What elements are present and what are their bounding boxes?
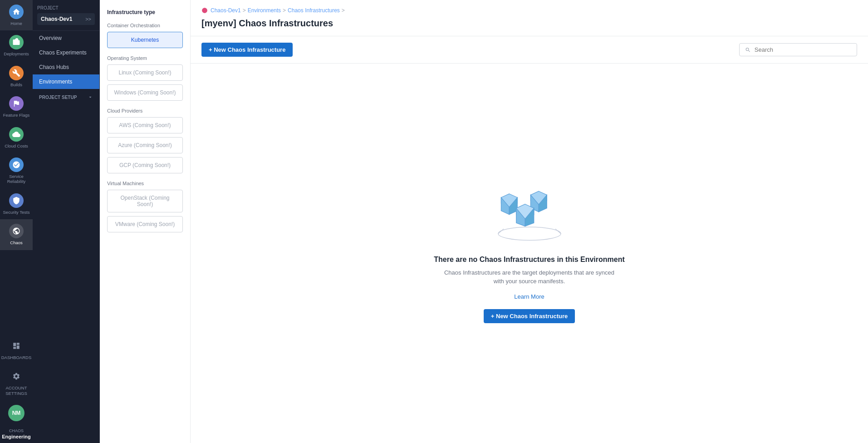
user-avatar[interactable]: NM <box>8 405 25 421</box>
nav-item-reliability[interactable]: Service Reliability <box>0 153 33 189</box>
filter-option-aws: AWS (Coming Soon!) <box>107 117 183 133</box>
nav-item-security[interactable]: Security Tests <box>0 189 33 219</box>
new-infra-button-empty[interactable]: + New Chaos Infrastructure <box>484 309 575 323</box>
nav-item-accountsettings[interactable]: ACCOUNT SETTINGS <box>0 364 33 400</box>
sidebar-nav-overview[interactable]: Overview <box>33 31 99 45</box>
new-infra-button[interactable]: + New Chaos Infrastructure <box>201 43 293 57</box>
icon-nav: Home Deployments Builds Feature Flags Cl… <box>0 0 33 443</box>
filter-group-vms: Virtual Machines <box>107 181 183 186</box>
nav-label-chaos: Chaos <box>10 240 22 245</box>
sidebar-nav-chaos-experiments[interactable]: Chaos Experiments <box>33 45 99 60</box>
nav-item-deployments[interactable]: Deployments <box>0 30 33 61</box>
sidebar-nav-chaos-hubs[interactable]: Chaos Hubs <box>33 60 99 74</box>
filter-group-container: Container Orchestration <box>107 23 183 28</box>
cloudcosts-icon <box>9 127 24 142</box>
nav-label-deployments: Deployments <box>4 51 29 56</box>
home-icon <box>9 5 24 19</box>
nav-label-accountsettings: ACCOUNT SETTINGS <box>2 385 31 396</box>
deployments-icon <box>9 35 24 49</box>
chaos-eng-label: Engineering <box>2 434 31 443</box>
nav-item-chaos[interactable]: Chaos <box>0 219 33 250</box>
breadcrumb-link-chaosdev1[interactable]: Chaos-Dev1 <box>211 7 241 14</box>
project-section: Project Chaos-Dev1 >> <box>33 0 99 31</box>
filter-section-title: Infrastructure type <box>107 9 183 15</box>
content-header: Chaos-Dev1 > Environments > Chaos Infras… <box>191 0 868 36</box>
nav-item-featureflags[interactable]: Feature Flags <box>0 92 33 122</box>
main-content: Infrastructure type Container Orchestrat… <box>100 0 868 443</box>
breadcrumb-link-environments[interactable]: Environments <box>248 7 281 14</box>
nav-label-home: Home <box>10 21 22 26</box>
filter-option-azure: Azure (Coming Soon!) <box>107 137 183 153</box>
reliability-icon <box>9 158 24 172</box>
chevron-right-icon: >> <box>85 16 91 22</box>
filter-option-windows: Windows (Coming Soon!) <box>107 84 183 101</box>
filter-option-openstack: OpenStack (Coming Soon!) <box>107 190 183 212</box>
nav-label-reliability: Service Reliability <box>2 174 31 184</box>
svg-line-1 <box>498 229 503 234</box>
filter-panel: Infrastructure type Container Orchestrat… <box>100 0 191 443</box>
dashboards-icon <box>9 339 24 353</box>
featureflags-icon <box>9 96 24 111</box>
empty-illustration <box>489 184 570 245</box>
search-input[interactable] <box>755 46 851 53</box>
nav-label-cloudcosts: Cloud Costs <box>5 143 28 148</box>
nav-item-builds[interactable]: Builds <box>0 61 33 92</box>
svg-line-2 <box>555 229 560 234</box>
chaos-icon <box>9 224 24 238</box>
filter-option-linux: Linux (Coming Soon!) <box>107 64 183 81</box>
empty-state-title: There are no Chaos Infrastructures in th… <box>434 256 625 264</box>
filter-group-cloud: Cloud Providers <box>107 108 183 113</box>
nav-item-dashboards[interactable]: DASHBOARDS <box>0 334 33 364</box>
accountsettings-icon <box>9 369 24 384</box>
builds-icon <box>9 66 24 80</box>
breadcrumb-link-chaos-infras[interactable]: Chaos Infrastructures <box>288 7 340 14</box>
nav-label-featureflags: Feature Flags <box>3 113 30 118</box>
toolbar: + New Chaos Infrastructure <box>191 36 868 64</box>
search-box <box>739 43 857 56</box>
project-name: Chaos-Dev1 <box>41 16 72 22</box>
page-title: [myenv] Chaos Infrastructures <box>201 18 857 29</box>
chaos-bottom-label: CHAOS <box>9 427 24 434</box>
nav-label-security: Security Tests <box>3 210 30 215</box>
empty-state-subtitle: Chaos Infrastructures are the target dep… <box>443 268 616 286</box>
filter-option-gcp: GCP (Coming Soon!) <box>107 157 183 173</box>
nav-label-builds: Builds <box>10 82 22 87</box>
project-setup-label: PROJECT SETUP <box>33 89 99 103</box>
filter-group-os: Operating System <box>107 55 183 61</box>
content-area: Chaos-Dev1 > Environments > Chaos Infras… <box>191 0 868 443</box>
filter-option-kubernetes[interactable]: Kubernetes <box>107 32 183 48</box>
filter-option-vmware: VMware (Coming Soon!) <box>107 216 183 232</box>
nav-item-home[interactable]: Home <box>0 0 33 30</box>
sidebar-nav-environments[interactable]: Environments <box>33 74 99 89</box>
search-icon <box>745 47 751 53</box>
project-selector[interactable]: Chaos-Dev1 >> <box>37 13 95 25</box>
secondary-sidebar: Project Chaos-Dev1 >> Overview Chaos Exp… <box>33 0 100 443</box>
project-label: Project <box>37 5 95 10</box>
security-icon <box>9 193 24 208</box>
empty-state: There are no Chaos Infrastructures in th… <box>191 64 868 443</box>
nav-item-cloudcosts[interactable]: Cloud Costs <box>0 123 33 153</box>
breadcrumb: Chaos-Dev1 > Environments > Chaos Infras… <box>201 7 857 14</box>
nav-label-dashboards: DASHBOARDS <box>1 355 32 360</box>
svg-point-0 <box>498 227 560 240</box>
learn-more-link[interactable]: Learn More <box>514 293 544 300</box>
